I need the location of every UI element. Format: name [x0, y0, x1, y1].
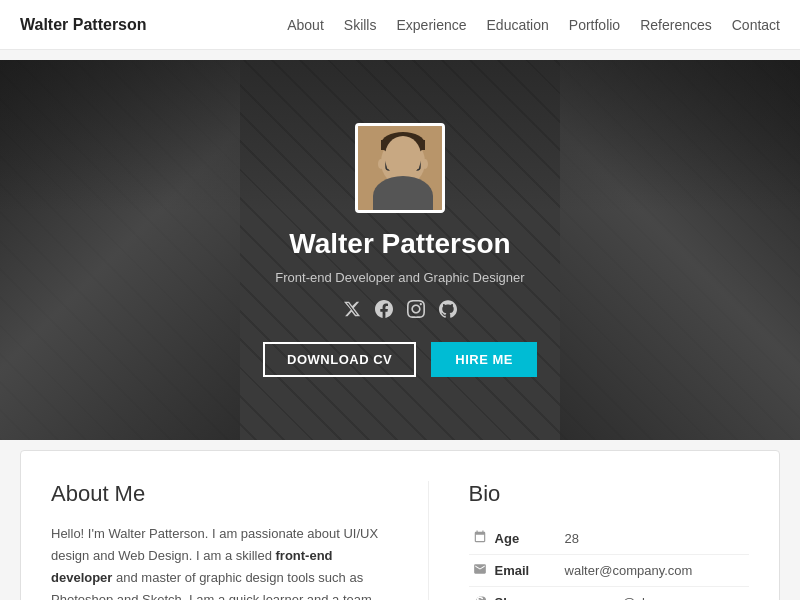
navbar-brand: Walter Patterson [20, 16, 147, 34]
nav-link-education[interactable]: Education [487, 17, 549, 33]
svg-rect-5 [406, 160, 420, 170]
bio-value-skype: username@skype.com [561, 587, 749, 601]
nav-link-portfolio[interactable]: Portfolio [569, 17, 620, 33]
bio-icon-email [469, 555, 491, 587]
avatar-image [358, 126, 445, 213]
github-link[interactable] [439, 300, 457, 322]
svg-rect-0 [358, 126, 445, 213]
svg-point-8 [422, 159, 428, 169]
bio-table: Age 28 Email walter@company.com Skype us… [469, 523, 749, 600]
twitter-icon [343, 300, 361, 318]
navbar: Walter Patterson AboutSkillsExperienceEd… [0, 0, 800, 50]
bio-row: Skype username@skype.com [469, 587, 749, 601]
nav-link-contact[interactable]: Contact [732, 17, 780, 33]
hire-me-button[interactable]: HIRE ME [431, 342, 537, 377]
hero-title: Front-end Developer and Graphic Designer [275, 270, 524, 285]
svg-rect-3 [381, 140, 425, 150]
svg-point-1 [381, 138, 425, 186]
svg-point-7 [378, 159, 384, 169]
bio-row: Email walter@company.com [469, 555, 749, 587]
about-title: About Me [51, 481, 388, 507]
bio-icon-skype [469, 587, 491, 601]
hero-socials [343, 300, 457, 322]
facebook-icon [375, 300, 393, 318]
download-cv-button[interactable]: DOWNLOAD CV [263, 342, 416, 377]
nav-link-references[interactable]: References [640, 17, 712, 33]
bio-label-calendar: Age [491, 523, 561, 555]
avatar [355, 123, 445, 213]
instagram-link[interactable] [407, 300, 425, 322]
hero-section: Walter Patterson Front-end Developer and… [0, 60, 800, 440]
bio-section: Bio Age 28 Email walter@company.com Skyp… [428, 481, 749, 600]
bio-icon-calendar [469, 523, 491, 555]
about-left: About Me Hello! I'm Walter Patterson. I … [51, 481, 388, 600]
avatar-svg [358, 126, 445, 213]
hero-content: Walter Patterson Front-end Developer and… [263, 123, 537, 377]
instagram-icon [407, 300, 425, 318]
nav-link-about[interactable]: About [287, 17, 324, 33]
hero-buttons: DOWNLOAD CV HIRE ME [263, 342, 537, 377]
bio-label-email: Email [491, 555, 561, 587]
bio-value-calendar: 28 [561, 523, 749, 555]
svg-rect-4 [386, 160, 400, 170]
twitter-link[interactable] [343, 300, 361, 322]
nav-link-skills[interactable]: Skills [344, 17, 377, 33]
svg-rect-9 [396, 184, 410, 199]
svg-point-10 [373, 193, 433, 213]
facebook-link[interactable] [375, 300, 393, 322]
bio-value-email: walter@company.com [561, 555, 749, 587]
about-section: About Me Hello! I'm Walter Patterson. I … [20, 450, 780, 600]
about-para1: Hello! I'm Walter Patterson. I am passio… [51, 523, 388, 600]
bio-title: Bio [469, 481, 749, 507]
hero-name: Walter Patterson [289, 228, 510, 260]
bio-label-skype: Skype [491, 587, 561, 601]
nav-link-experience[interactable]: Experience [396, 17, 466, 33]
bio-row: Age 28 [469, 523, 749, 555]
navbar-links: AboutSkillsExperienceEducationPortfolioR… [287, 17, 780, 33]
github-icon [439, 300, 457, 318]
